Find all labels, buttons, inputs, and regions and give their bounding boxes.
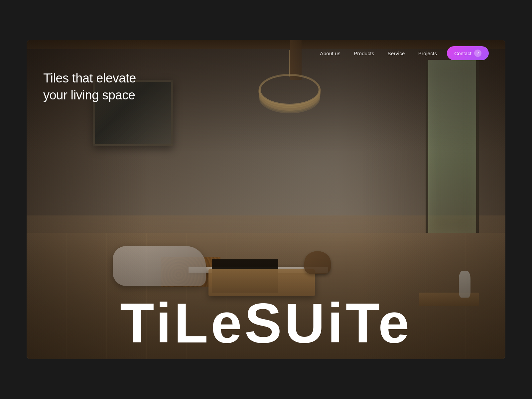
nav-link-products[interactable]: Products — [354, 51, 374, 56]
contact-button-label: Contact — [454, 51, 471, 56]
navigation: About us Products Service Projects Conta… — [27, 40, 505, 66]
nav-links: About us Products Service Projects — [320, 51, 437, 56]
contact-button[interactable]: Contact ↗ — [447, 46, 489, 60]
page-wrapper: About us Products Service Projects Conta… — [27, 40, 505, 359]
hero-headline: Tiles that elevate your living space — [43, 70, 136, 104]
nav-link-about[interactable]: About us — [320, 51, 340, 56]
headline-line-1: Tiles that elevate — [43, 70, 136, 87]
headline-line-2: your living space — [43, 87, 136, 104]
brand-logo: TiLeSUiTe — [70, 293, 462, 349]
contact-arrow-icon: ↗ — [474, 50, 481, 57]
nav-link-service[interactable]: Service — [388, 51, 405, 56]
nav-link-projects[interactable]: Projects — [418, 51, 437, 56]
svg-text:TiLeSUiTe: TiLeSUiTe — [120, 293, 412, 349]
